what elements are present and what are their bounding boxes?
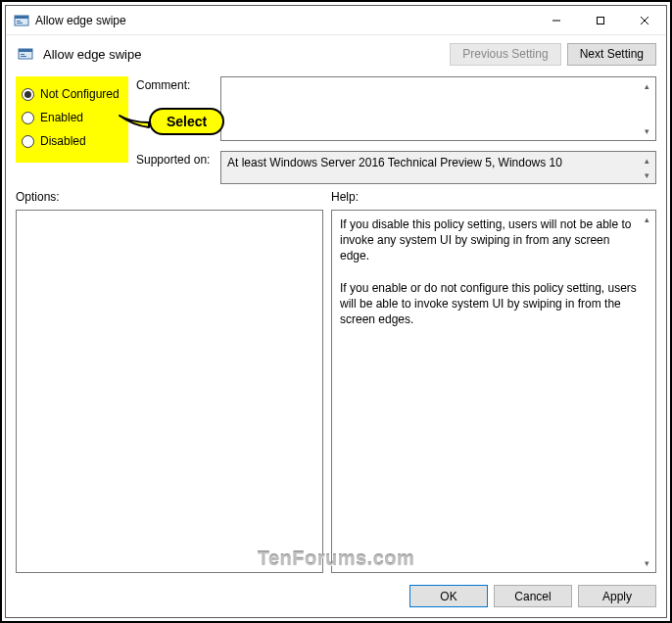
help-pane: If you disable this policy setting, user… xyxy=(331,210,656,573)
radio-icon xyxy=(22,135,34,148)
radio-icon xyxy=(22,88,34,101)
scroll-up-icon[interactable]: ▴ xyxy=(639,78,654,94)
previous-setting-button: Previous Setting xyxy=(450,43,560,66)
scroll-down-icon[interactable]: ▾ xyxy=(639,555,654,571)
svg-rect-11 xyxy=(21,56,26,57)
dialog-footer: OK Cancel Apply xyxy=(16,579,656,607)
radio-label: Disabled xyxy=(40,134,86,148)
options-pane xyxy=(16,210,323,573)
radio-label: Not Configured xyxy=(40,87,120,101)
svg-rect-10 xyxy=(21,54,24,55)
ok-button[interactable]: OK xyxy=(409,585,488,607)
supported-on-field: At least Windows Server 2016 Technical P… xyxy=(220,151,656,184)
svg-rect-2 xyxy=(17,21,21,22)
apply-button[interactable]: Apply xyxy=(578,585,656,607)
scrollbar[interactable]: ▴ ▾ xyxy=(639,153,654,182)
titlebar: Allow edge swipe xyxy=(6,6,666,35)
subheader: Allow edge swipe Previous Setting Next S… xyxy=(6,35,666,72)
radio-not-configured[interactable]: Not Configured xyxy=(22,82,122,106)
scroll-up-icon[interactable]: ▴ xyxy=(639,212,654,227)
radio-label: Enabled xyxy=(40,111,83,124)
policy-icon xyxy=(16,44,35,64)
cancel-button[interactable]: Cancel xyxy=(494,585,572,607)
svg-rect-1 xyxy=(15,16,28,19)
supported-label: Supported on: xyxy=(136,151,215,184)
dialog-window: Allow edge swipe Allow edge swipe Previ xyxy=(5,5,667,618)
policy-icon xyxy=(14,13,29,28)
state-radio-group: Not Configured Enabled Disabled xyxy=(16,76,128,163)
next-setting-button[interactable]: Next Setting xyxy=(567,43,656,66)
options-label: Options: xyxy=(16,190,323,204)
radio-enabled[interactable]: Enabled xyxy=(22,106,122,129)
help-label: Help: xyxy=(331,190,656,204)
window-title: Allow edge swipe xyxy=(35,14,534,27)
svg-rect-3 xyxy=(17,23,23,24)
close-button[interactable] xyxy=(622,6,666,34)
scroll-down-icon[interactable]: ▾ xyxy=(639,123,654,139)
minimize-button[interactable] xyxy=(534,6,578,34)
policy-title: Allow edge swipe xyxy=(43,47,450,62)
radio-icon xyxy=(22,112,34,124)
comment-textarea[interactable]: ▴ ▾ xyxy=(220,76,656,141)
comment-label: Comment: xyxy=(136,76,215,141)
scrollbar[interactable]: ▴ ▾ xyxy=(639,78,654,139)
scroll-up-icon[interactable]: ▴ xyxy=(639,153,654,168)
scrollbar[interactable]: ▴ ▾ xyxy=(639,212,654,571)
scroll-down-icon[interactable]: ▾ xyxy=(639,168,654,182)
help-paragraph: If you disable this policy setting, user… xyxy=(340,216,638,264)
help-paragraph: If you enable or do not configure this p… xyxy=(340,280,638,328)
maximize-button[interactable] xyxy=(578,6,622,34)
svg-rect-5 xyxy=(597,17,603,24)
supported-value: At least Windows Server 2016 Technical P… xyxy=(227,156,562,169)
radio-disabled[interactable]: Disabled xyxy=(22,129,122,153)
svg-rect-9 xyxy=(19,49,32,52)
window-controls xyxy=(534,6,666,34)
